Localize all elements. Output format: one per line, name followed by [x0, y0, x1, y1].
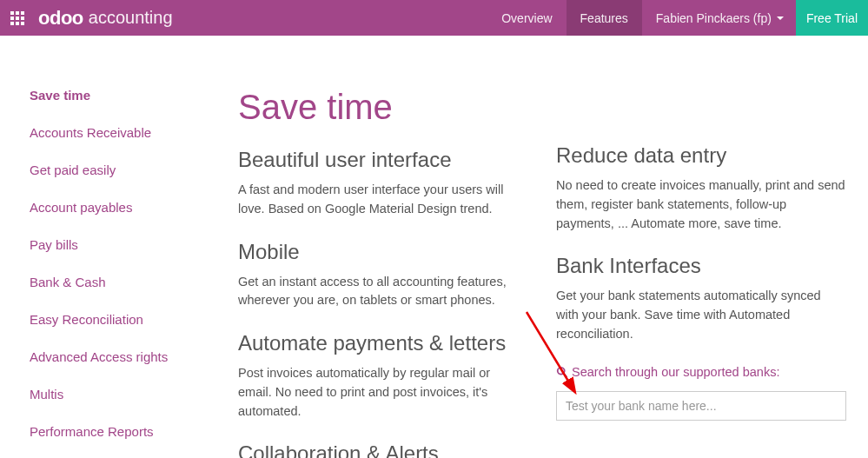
sidebar-item-bank-cash[interactable]: Bank & Cash — [30, 275, 238, 289]
section-heading-mobile: Mobile — [238, 240, 518, 264]
svg-rect-2 — [21, 11, 24, 15]
section-body-bank: Get your bank statements automatically s… — [556, 287, 846, 343]
nav-user-name: Fabien Pinckaers (fp) — [656, 11, 772, 25]
section-body-mobile: Get an instant access to all accounting … — [238, 273, 518, 311]
bank-search-label-text: Search through our supported banks: — [572, 365, 779, 379]
sidebar-item-advanced-access-rights[interactable]: Advanced Access rights — [30, 349, 238, 364]
nav-overview[interactable]: Overview — [487, 0, 566, 36]
svg-rect-1 — [16, 11, 19, 15]
svg-rect-6 — [10, 22, 14, 25]
brand-logo: odoo — [38, 7, 83, 30]
svg-rect-8 — [21, 22, 24, 25]
sidebar-item-pay-bills[interactable]: Pay bills — [30, 237, 238, 252]
caret-down-icon — [777, 17, 784, 20]
nav-features[interactable]: Features — [567, 0, 642, 36]
section-body-reduce: No need to create invoices manually, pri… — [556, 176, 846, 233]
section-heading-ui: Beautiful user interface — [238, 148, 518, 172]
sidebar-item-save-time[interactable]: Save time — [30, 88, 238, 103]
sidebar-item-easy-reconciliation[interactable]: Easy Reconciliation — [30, 312, 238, 327]
svg-rect-5 — [21, 17, 24, 20]
svg-rect-0 — [10, 11, 14, 15]
svg-rect-4 — [16, 17, 19, 20]
search-icon — [556, 366, 568, 378]
svg-rect-7 — [16, 22, 19, 25]
sidebar-item-account-payables[interactable]: Account payables — [30, 200, 238, 215]
section-heading-automate: Automate payments & letters — [238, 331, 518, 355]
section-heading-bank: Bank Interfaces — [556, 254, 846, 278]
nav-user[interactable]: Fabien Pinckaers (fp) — [642, 0, 796, 36]
bank-search-label: Search through our supported banks: — [556, 365, 846, 379]
section-heading-collab: Collaboration & Alerts — [238, 441, 518, 458]
sidebar-item-multis[interactable]: Multis — [30, 387, 238, 402]
page-title: Save time — [238, 88, 518, 127]
brand[interactable]: odoo accounting — [35, 0, 180, 36]
page: Save time Accounts Receivable Get paid e… — [0, 36, 868, 458]
section-body-ui: A fast and modern user interface your us… — [238, 181, 518, 219]
svg-rect-3 — [10, 17, 14, 20]
sidebar-item-get-paid-easily[interactable]: Get paid easily — [30, 163, 238, 177]
nav-free-trial[interactable]: Free Trial — [796, 0, 868, 36]
content: Save time Beautiful user interface A fas… — [238, 88, 847, 458]
content-col-right: Reduce data entry No need to create invo… — [556, 88, 846, 458]
sidebar: Save time Accounts Receivable Get paid e… — [30, 88, 238, 458]
section-body-automate: Post invoices automatically by regular m… — [238, 364, 518, 421]
section-heading-reduce: Reduce data entry — [556, 143, 846, 168]
bank-search-input[interactable] — [556, 391, 846, 421]
brand-sub: accounting — [89, 8, 173, 28]
topbar: odoo accounting Overview Features Fabien… — [0, 0, 868, 36]
sidebar-item-accounts-receivable[interactable]: Accounts Receivable — [30, 125, 238, 140]
apps-icon[interactable] — [0, 0, 35, 36]
sidebar-item-performance-reports[interactable]: Performance Reports — [30, 424, 238, 439]
content-col-left: Save time Beautiful user interface A fas… — [238, 88, 518, 458]
